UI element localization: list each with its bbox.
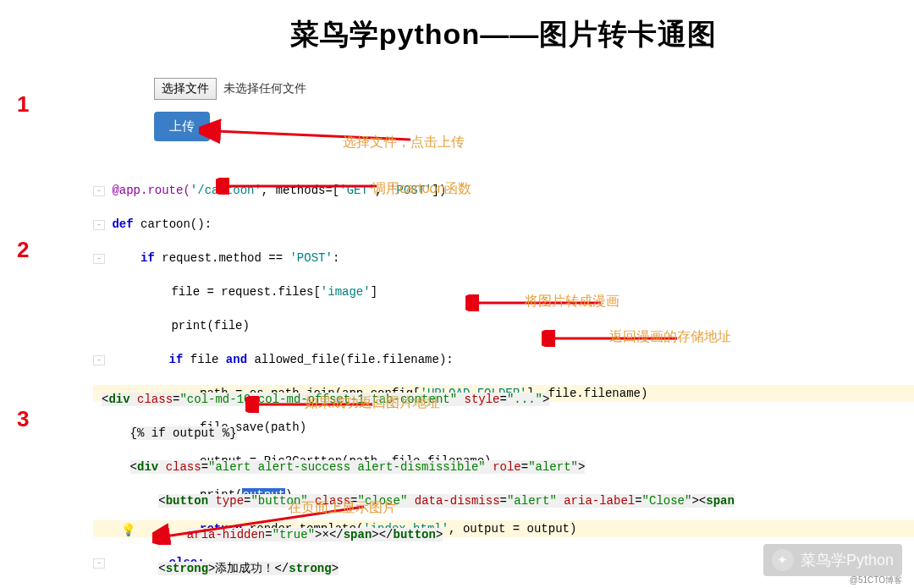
no-file-label: 未选择任何文件 [223, 81, 306, 95]
choose-file-button[interactable]: 选择文件 [154, 78, 217, 100]
lightbulb-icon: 💡 [121, 523, 135, 536]
watermark: ✦ 菜鸟学Python [763, 544, 902, 576]
upload-button[interactable]: 上传 [154, 112, 210, 141]
main-content: 菜鸟学python——图片转卡通图 选择文件 未选择任何文件 上传 选择文件，点… [93, 0, 914, 588]
step-number-3: 3 [17, 406, 29, 432]
watermark-text: 菜鸟学Python [801, 550, 894, 570]
annotation-return-addr: 返回漫画的存储地址 [609, 328, 731, 346]
step-number-1: 1 [17, 91, 29, 118]
page-title: 菜鸟学python——图片转卡通图 [93, 0, 914, 54]
annotation-to-comic: 将图片转成漫画 [525, 293, 619, 310]
step-gutter: 1 2 3 [0, 0, 93, 588]
annotation-if-output: 如果成功返回图片地址 [305, 394, 440, 412]
step-number-2: 2 [17, 237, 29, 263]
annotation-show-img: 在页面上显示图片 [288, 499, 396, 517]
credit-text: @51CTO博客 [850, 574, 902, 586]
wechat-icon: ✦ [772, 549, 794, 571]
annotation-call-cartoon: 调用cartoon函数 [372, 180, 471, 198]
annotation-choose-upload: 选择文件，点击上传 [343, 134, 465, 151]
file-form-row: 选择文件 未选择任何文件 [154, 78, 914, 100]
